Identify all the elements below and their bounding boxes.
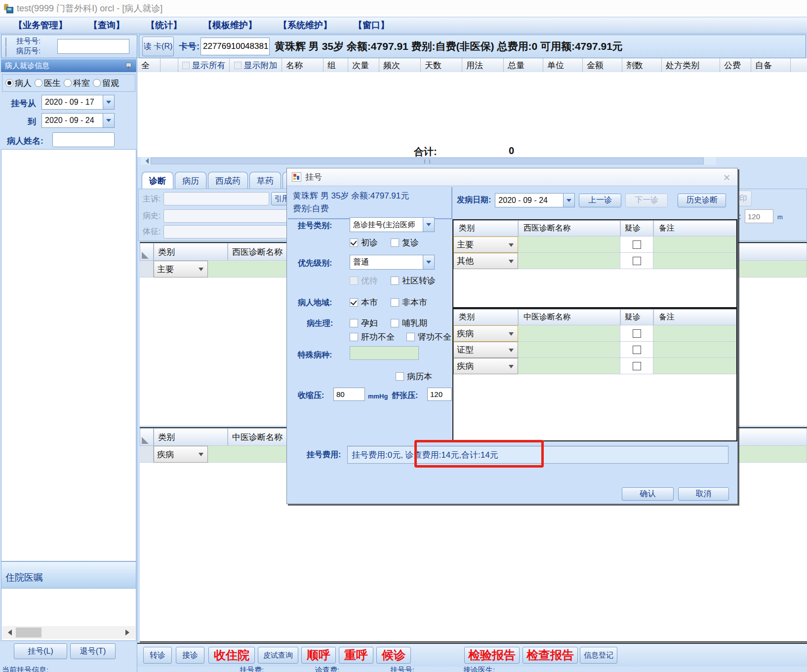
tab-diagnosis[interactable]: 诊断 <box>142 172 173 189</box>
table-corner[interactable] <box>140 428 154 446</box>
dw-row1-note[interactable] <box>653 237 736 253</box>
read-card-button[interactable]: 读 卡(R) <box>142 37 174 56</box>
exam-report-button[interactable]: 检查报告 <box>523 647 578 664</box>
accept-button[interactable]: 接诊 <box>176 647 204 664</box>
chief-complaint-input[interactable] <box>163 192 269 205</box>
record-book-checkbox[interactable]: 病历本 <box>396 371 432 382</box>
skin-test-query-button[interactable]: 皮试查询 <box>258 647 298 664</box>
nonlocal-checkbox[interactable]: 非本市 <box>391 297 427 308</box>
transfer-button[interactable]: 转诊 <box>143 647 172 664</box>
reg-type-combo[interactable]: 急诊挂号(主治医师 <box>350 217 435 232</box>
next-visit-button[interactable]: 下一诊 <box>625 194 668 207</box>
prev-visit-button[interactable]: 上一诊 <box>579 194 621 207</box>
sidebar-horizontal-scrollbar[interactable] <box>2 626 135 639</box>
case-no-checkbox[interactable] <box>5 48 6 57</box>
dt-row3-cat-combo[interactable]: 疾病 <box>453 358 518 374</box>
special-disease-input[interactable] <box>350 346 419 360</box>
chevron-down-icon[interactable] <box>103 95 115 110</box>
dw-row1-name[interactable] <box>518 237 620 253</box>
patient-name-input[interactable] <box>52 132 115 147</box>
systolic-input[interactable] <box>333 388 365 401</box>
chevron-down-icon[interactable] <box>103 113 115 128</box>
recall-button[interactable]: 重呼 <box>339 647 373 664</box>
dt-row3-name[interactable] <box>518 358 620 374</box>
bp-partial-input[interactable] <box>745 209 773 223</box>
info-register-button[interactable]: 信息登记 <box>580 647 617 664</box>
card-no-input[interactable] <box>201 38 270 55</box>
dt-row2-cat-combo[interactable]: 证型 <box>453 342 518 358</box>
scroll-right-icon[interactable] <box>125 630 132 635</box>
signs-input[interactable] <box>163 225 293 238</box>
tab-western-medicine[interactable]: 西成药 <box>208 172 248 189</box>
dt-row1-suspect[interactable] <box>620 325 653 342</box>
privilege-checkbox[interactable]: 优待 <box>350 275 378 286</box>
onset-date-picker[interactable]: 2020 - 09 - 24 <box>495 193 575 207</box>
tab-herbal[interactable]: 草药 <box>249 172 281 189</box>
row-selector[interactable] <box>140 446 154 463</box>
confirm-button[interactable]: 确认 <box>622 487 674 501</box>
first-visit-checkbox[interactable]: 初诊 <box>350 237 378 248</box>
menu-system[interactable]: 【系统维护】 <box>279 19 332 31</box>
dw-row2-cat-combo[interactable]: 其他 <box>453 253 518 269</box>
visit-list[interactable] <box>1 149 136 561</box>
main-horizontal-scrollbar[interactable] <box>141 157 716 165</box>
radio-department[interactable]: 科室 <box>64 78 90 89</box>
dt-row2-name[interactable] <box>518 342 620 358</box>
pregnant-checkbox[interactable]: 孕妇 <box>350 317 378 329</box>
liver-checkbox[interactable]: 肝功不全 <box>350 331 395 343</box>
waiting-button[interactable]: 候诊 <box>376 647 411 664</box>
dw-row2-name[interactable] <box>518 253 620 269</box>
close-icon[interactable]: ✕ <box>723 172 730 183</box>
dw-row2-suspect[interactable] <box>620 253 653 269</box>
return-visit-checkbox[interactable]: 复诊 <box>391 237 419 248</box>
local-checkbox[interactable]: 本市 <box>350 297 378 308</box>
menu-query[interactable]: 【查询】 <box>89 19 124 31</box>
dt-row1-cat-combo[interactable]: 疾病 <box>453 325 518 342</box>
west-row-category-combo[interactable]: 主要 <box>154 261 208 277</box>
prescription-table-body[interactable]: 合计: 0 <box>137 72 807 157</box>
history-diagnosis-button[interactable]: 历史诊断 <box>678 194 726 207</box>
scroll-left-icon[interactable] <box>5 630 12 635</box>
date-to-picker[interactable]: 2020 - 09 - 24 <box>41 113 115 128</box>
lactation-checkbox[interactable]: 哺乳期 <box>391 317 427 329</box>
dw-row1-suspect[interactable] <box>620 237 653 253</box>
menu-window[interactable]: 【窗口】 <box>354 19 389 31</box>
menu-business[interactable]: 【业务管理】 <box>14 19 67 31</box>
lab-report-button[interactable]: 检验报告 <box>464 647 520 664</box>
show-all-checkbox[interactable]: 显示所有 <box>178 58 230 72</box>
dt-row1-note[interactable] <box>653 325 736 342</box>
row-selector[interactable] <box>140 261 154 277</box>
scrollbar-thumb[interactable] <box>151 158 704 164</box>
reg-no-checkbox[interactable] <box>5 38 6 47</box>
show-extra-checkbox[interactable]: 显示附加 <box>230 58 282 72</box>
dt-row3-suspect[interactable] <box>620 358 653 374</box>
date-from-picker[interactable]: 2020 - 09 - 17 <box>41 95 115 110</box>
dw-row2-note[interactable] <box>653 253 736 269</box>
dt-row2-suspect[interactable] <box>620 342 653 358</box>
table-corner[interactable] <box>140 243 154 261</box>
admit-button[interactable]: 收住院 <box>208 647 255 664</box>
reg-no-input[interactable] <box>57 39 129 54</box>
dw-row1-cat-combo[interactable]: 主要 <box>453 237 518 253</box>
scroll-left-icon[interactable] <box>143 158 149 164</box>
radio-patient[interactable]: 病人 <box>5 78 32 89</box>
dialog-title-bar[interactable]: 挂号 ✕ <box>287 168 737 186</box>
menu-template[interactable]: 【模板维护】 <box>203 19 257 31</box>
register-button[interactable]: 挂号(L) <box>14 643 67 659</box>
dt-row3-note[interactable] <box>653 358 736 374</box>
cancel-registration-button[interactable]: 退号(T) <box>70 643 116 659</box>
radio-doctor[interactable]: 医生 <box>35 78 61 89</box>
menu-statistics[interactable]: 【统计】 <box>146 19 182 31</box>
diastolic-input[interactable] <box>427 388 452 401</box>
cancel-button[interactable]: 取消 <box>678 487 729 501</box>
dt-row1-name[interactable] <box>518 325 620 342</box>
call-next-button[interactable]: 顺呼 <box>301 647 336 664</box>
dt-row2-note[interactable] <box>653 342 736 358</box>
tab-medical-record[interactable]: 病历 <box>175 172 206 189</box>
kidney-checkbox[interactable]: 肾功不全 <box>406 331 451 343</box>
pin-icon[interactable] <box>125 62 131 69</box>
priority-combo[interactable]: 普通 <box>350 255 435 270</box>
community-referral-checkbox[interactable]: 社区转诊 <box>391 275 436 286</box>
history-input[interactable] <box>163 209 293 223</box>
radio-observation[interactable]: 留观 <box>93 78 119 89</box>
